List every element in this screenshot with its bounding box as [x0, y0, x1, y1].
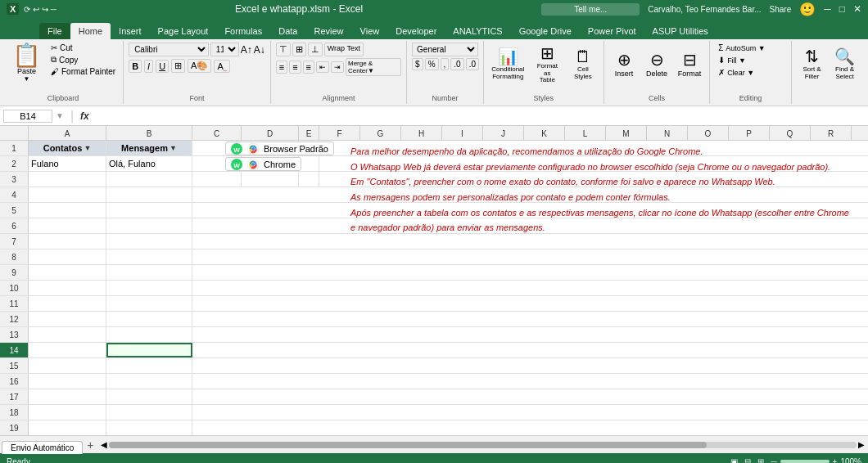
format-as-table-button[interactable]: ⊞ Format asTable [530, 42, 565, 86]
fill-button[interactable]: ⬇ Fill ▼ [715, 55, 786, 65]
align-right-button[interactable]: ≡ [303, 61, 314, 74]
cell-e3[interactable] [299, 172, 319, 187]
col-header-n[interactable]: N [647, 126, 688, 141]
cut-button[interactable]: ✂ Cut [47, 43, 119, 53]
horizontal-scrollbar[interactable]: ◀ ▶ [101, 439, 865, 451]
increase-font-button[interactable]: A↑ [241, 44, 252, 56]
view-layout-button[interactable]: ⊟ [744, 457, 751, 464]
copy-button[interactable]: ⧉ Copy [47, 54, 119, 65]
chrome-button[interactable]: W Chrome [225, 157, 301, 171]
font-color-button[interactable]: A_ [214, 60, 230, 73]
formula-input[interactable] [93, 111, 865, 121]
share-button[interactable]: Share [770, 5, 792, 14]
tab-file[interactable]: File [39, 23, 70, 39]
number-format-select[interactable]: General [412, 43, 478, 56]
align-middle-button[interactable]: ⊞ [292, 43, 306, 56]
col-header-b[interactable]: B [106, 126, 192, 141]
col-header-f[interactable]: F [319, 126, 360, 141]
autosum-button[interactable]: Σ AutoSum ▼ [715, 43, 786, 53]
col-header-e[interactable]: E [299, 126, 319, 141]
align-left-button[interactable]: ≡ [276, 61, 287, 74]
currency-button[interactable]: $ [412, 58, 423, 70]
paste-button[interactable]: 📋 Paste ▼ [7, 43, 46, 84]
view-normal-button[interactable]: ▣ [730, 457, 738, 464]
close-button[interactable]: ✕ [853, 3, 861, 15]
browser-default-button[interactable]: W Browser Padrão [225, 142, 334, 155]
tab-powerpivot[interactable]: Power Pivot [580, 23, 644, 39]
col-header-j[interactable]: J [483, 126, 524, 141]
cell-a1[interactable]: Contatos ▼ [29, 141, 106, 155]
col-header-a[interactable]: A [29, 126, 106, 141]
decimal-decrease-button[interactable]: .0 [466, 58, 479, 70]
tab-review[interactable]: Review [305, 23, 351, 39]
format-button[interactable]: ⊟ Format [674, 48, 705, 79]
minimize-button[interactable]: ─ [824, 3, 831, 15]
col-header-c[interactable]: C [192, 126, 242, 141]
add-sheet-button[interactable]: + [83, 438, 97, 452]
tab-pagelayout[interactable]: Page Layout [150, 23, 217, 39]
fill-color-button[interactable]: A🎨 [188, 59, 211, 73]
tab-view[interactable]: View [352, 23, 388, 39]
cell-a3[interactable] [29, 172, 106, 187]
clear-button[interactable]: ✗ Clear ▼ [715, 67, 786, 78]
cell-c3[interactable] [192, 172, 242, 187]
sheet-tab-envio[interactable]: Envio Automático [2, 441, 83, 454]
align-bottom-button[interactable]: ⊥ [308, 43, 323, 56]
col-header-m[interactable]: M [606, 126, 647, 141]
conditional-formatting-button[interactable]: 📊 ConditionalFormatting [489, 45, 527, 83]
search-box[interactable]: Tell me... [541, 3, 640, 16]
col-header-g[interactable]: G [360, 126, 401, 141]
cell-styles-button[interactable]: 🗒 CellStyles [567, 46, 599, 83]
align-top-button[interactable]: ⊤ [276, 43, 291, 56]
tab-insert[interactable]: Insert [111, 23, 150, 39]
cell-b1[interactable]: Mensagem ▼ [106, 141, 192, 155]
tab-data[interactable]: Data [270, 23, 305, 39]
underline-button[interactable]: U [156, 60, 169, 73]
tab-home[interactable]: Home [70, 23, 111, 39]
zoom-out-button[interactable]: ─ [771, 457, 776, 464]
wrap-text-button[interactable]: Wrap Text [324, 43, 364, 56]
zoom-in-button[interactable]: + [833, 457, 838, 464]
comma-button[interactable]: , [441, 58, 450, 70]
scroll-left-icon[interactable]: ◀ [101, 440, 107, 449]
col-header-r[interactable]: R [811, 126, 852, 141]
name-box[interactable] [3, 110, 52, 123]
percent-button[interactable]: % [425, 58, 439, 70]
cell-b2[interactable]: Olá, Fulano [106, 156, 192, 171]
border-button[interactable]: ⊞ [171, 59, 185, 73]
format-painter-button[interactable]: 🖌 Format Painter [47, 66, 119, 77]
col-header-q[interactable]: Q [770, 126, 811, 141]
tab-formulas[interactable]: Formulas [216, 23, 270, 39]
col-header-p[interactable]: P [729, 126, 770, 141]
align-center-button[interactable]: ≡ [289, 61, 301, 74]
view-page-break-button[interactable]: ⊞ [757, 457, 764, 464]
merge-center-button[interactable]: Merge & Center▼ [346, 58, 401, 76]
cell-b3[interactable] [106, 172, 192, 187]
insert-button[interactable]: ⊕ Insert [608, 48, 640, 79]
cell-a2[interactable]: Fulano [29, 156, 106, 171]
select-all-button[interactable] [0, 126, 29, 140]
tab-developer[interactable]: Developer [387, 23, 445, 39]
find-select-button[interactable]: 🔍 Find &Select [830, 45, 861, 83]
col-header-l[interactable]: L [565, 126, 606, 141]
scroll-right-icon[interactable]: ▶ [858, 440, 865, 449]
col-header-k[interactable]: K [524, 126, 565, 141]
bold-button[interactable]: B [129, 60, 142, 73]
cell-d3[interactable] [242, 172, 299, 187]
tab-asuputil[interactable]: ASUP Utilities [644, 23, 717, 39]
italic-button[interactable]: I [144, 60, 153, 73]
font-name-select[interactable]: Calibri [129, 43, 209, 56]
decrease-font-button[interactable]: A↓ [254, 44, 265, 56]
col-header-i[interactable]: I [442, 126, 483, 141]
indent-increase-button[interactable]: ⇥ [331, 61, 344, 73]
col-header-h[interactable]: H [401, 126, 442, 141]
cell-e2[interactable] [299, 156, 319, 171]
col-header-o[interactable]: O [688, 126, 729, 141]
tab-googledrive[interactable]: Google Drive [511, 23, 580, 39]
delete-button[interactable]: ⊖ Delete [641, 48, 672, 79]
tab-analytics[interactable]: ANALYTICS [445, 23, 510, 39]
col-header-d[interactable]: D [242, 126, 299, 141]
cell-b14-selected[interactable] [106, 343, 192, 357]
maximize-button[interactable]: □ [839, 3, 845, 15]
zoom-slider[interactable] [780, 460, 830, 463]
